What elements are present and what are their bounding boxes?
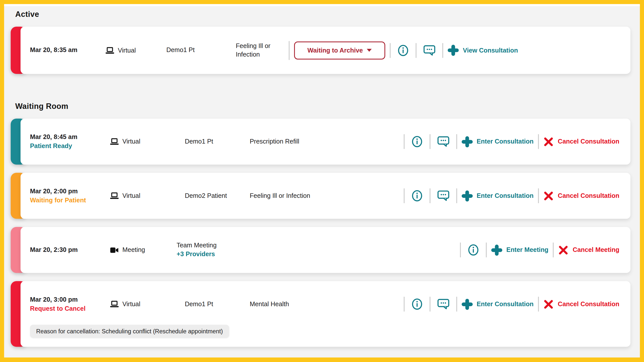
patient-name: Demo1 Pt xyxy=(185,300,250,308)
appointment-type-label: Virtual xyxy=(123,138,140,145)
view-consultation-button[interactable]: View Consultation xyxy=(448,45,518,56)
divider xyxy=(442,43,443,58)
enter-consultation-button[interactable]: Enter Consultation xyxy=(461,190,534,201)
x-mark-icon xyxy=(543,137,554,147)
enter-meeting-button[interactable]: Enter Meeting xyxy=(491,244,548,255)
x-mark-icon xyxy=(543,191,554,201)
info-circle-icon xyxy=(468,244,479,256)
visit-reason: Feeling Ill or Infection xyxy=(236,42,284,59)
laptop-icon xyxy=(110,138,119,145)
laptop-icon xyxy=(106,47,114,54)
patient-name: Demo1 Pt xyxy=(185,137,250,146)
info-circle-icon xyxy=(411,298,422,310)
appointment-type: Meeting xyxy=(110,246,177,254)
plus-cross-icon xyxy=(461,299,472,310)
chat-button[interactable] xyxy=(437,191,449,201)
waiting-to-archive-dropdown[interactable]: Waiting to Archive xyxy=(294,41,385,59)
appointment-datetime: Mar 20, 3:00 pm Request to Cancel xyxy=(30,295,110,313)
chat-button[interactable] xyxy=(437,299,449,309)
appointment-type-label: Meeting xyxy=(123,246,145,254)
divider xyxy=(429,134,430,149)
divider xyxy=(429,297,430,311)
caret-down-icon xyxy=(367,49,372,52)
consultation-row: Mar 20, 8:45 am Patient Ready Virtual De… xyxy=(11,119,630,165)
divider xyxy=(404,188,404,203)
plus-cross-icon xyxy=(461,136,472,147)
appointment-datetime: Mar 20, 2:00 pm Waiting for Patient xyxy=(30,187,110,204)
info-button[interactable] xyxy=(468,244,479,256)
info-button[interactable] xyxy=(411,190,422,202)
status-label: Request to Cancel xyxy=(30,304,110,313)
consultation-card: Mar 20, 8:45 am Patient Ready Virtual De… xyxy=(21,119,630,165)
appointment-type: Virtual xyxy=(110,300,185,308)
patient-name: Demo1 Pt xyxy=(166,46,236,55)
plus-cross-icon xyxy=(491,244,502,255)
row-actions: Enter Meeting Cancel Meeting xyxy=(455,243,619,257)
appointment-type-label: Virtual xyxy=(118,47,136,54)
divider xyxy=(404,297,404,311)
queue-page: Active Mar 20, 8:35 am Virtual Demo1 Pt … xyxy=(4,4,640,357)
divider xyxy=(538,134,539,149)
section-title-waiting-room: Waiting Room xyxy=(15,101,640,111)
visit-reason: Prescription Refill xyxy=(250,138,299,146)
meeting-name: Team Meeting +3 Providers xyxy=(177,241,217,258)
chat-button[interactable] xyxy=(423,45,435,56)
cancel-meeting-button[interactable]: Cancel Meeting xyxy=(558,245,619,255)
info-button[interactable] xyxy=(411,298,422,310)
divider xyxy=(460,243,461,257)
appointment-type-label: Virtual xyxy=(123,300,140,308)
section-title-active: Active xyxy=(15,10,640,19)
patient-name: Demo2 Patient xyxy=(185,192,250,200)
enter-consultation-button[interactable]: Enter Consultation xyxy=(461,136,534,147)
divider xyxy=(456,297,457,311)
consultation-card: Mar 20, 2:00 pm Waiting for Patient Virt… xyxy=(21,173,630,219)
row-actions: Enter Consultation Cancel Consultation xyxy=(399,297,619,311)
chat-button[interactable] xyxy=(437,136,449,147)
consultation-card: Mar 20, 3:00 pm Request to Cancel Virtua… xyxy=(21,281,630,347)
video-camera-icon xyxy=(110,247,119,253)
chat-bubble-icon xyxy=(437,191,449,201)
divider xyxy=(456,134,457,149)
plus-cross-icon xyxy=(461,190,472,201)
divider xyxy=(538,297,539,311)
cancel-consultation-button[interactable]: Cancel Consultation xyxy=(543,191,619,201)
consultation-row: Mar 20, 8:35 am Virtual Demo1 Pt Feeling… xyxy=(11,27,630,74)
cancellation-reason-note: Reason for cancellation: Scheduling conf… xyxy=(30,325,229,338)
chat-bubble-icon xyxy=(437,136,449,147)
status-label: Patient Ready xyxy=(30,142,110,150)
info-circle-icon xyxy=(411,190,422,202)
divider xyxy=(538,188,539,203)
divider xyxy=(429,188,430,203)
appointment-type: Virtual xyxy=(110,192,185,199)
meeting-row: Mar 20, 2:30 pm Meeting Team Meeting +3 … xyxy=(11,227,630,273)
divider xyxy=(390,43,390,58)
status-label: Waiting for Patient xyxy=(30,196,110,204)
row-actions: Enter Consultation Cancel Consultation xyxy=(399,134,619,149)
visit-reason: Mental Health xyxy=(250,300,289,308)
row-actions: Enter Consultation Cancel Consultation xyxy=(399,188,619,203)
x-mark-icon xyxy=(558,245,569,255)
consultation-card: Mar 20, 8:35 am Virtual Demo1 Pt Feeling… xyxy=(21,27,630,74)
divider xyxy=(416,43,416,58)
appointment-datetime: Mar 20, 8:45 am Patient Ready xyxy=(30,133,110,150)
plus-cross-icon xyxy=(448,45,459,56)
info-button[interactable] xyxy=(411,136,422,147)
divider xyxy=(553,243,554,257)
laptop-icon xyxy=(110,300,119,308)
chat-bubble-icon xyxy=(437,299,449,309)
appointment-datetime: Mar 20, 8:35 am xyxy=(30,46,105,55)
cancel-consultation-button[interactable]: Cancel Consultation xyxy=(543,137,619,147)
row-main-line: Mar 20, 3:00 pm Request to Cancel Virtua… xyxy=(21,281,630,324)
info-button[interactable] xyxy=(397,44,409,56)
enter-consultation-button[interactable]: Enter Consultation xyxy=(461,299,534,310)
providers-count-link[interactable]: +3 Providers xyxy=(177,250,217,258)
chat-bubble-icon xyxy=(423,45,435,56)
cancel-consultation-button[interactable]: Cancel Consultation xyxy=(543,299,619,309)
info-circle-icon xyxy=(397,44,409,56)
top-strip xyxy=(4,4,640,6)
divider xyxy=(486,243,487,257)
x-mark-icon xyxy=(543,299,554,309)
appointment-type: Virtual xyxy=(110,138,185,145)
meeting-card: Mar 20, 2:30 pm Meeting Team Meeting +3 … xyxy=(21,227,630,273)
visit-reason: Feeling Ill or Infection xyxy=(250,192,310,200)
